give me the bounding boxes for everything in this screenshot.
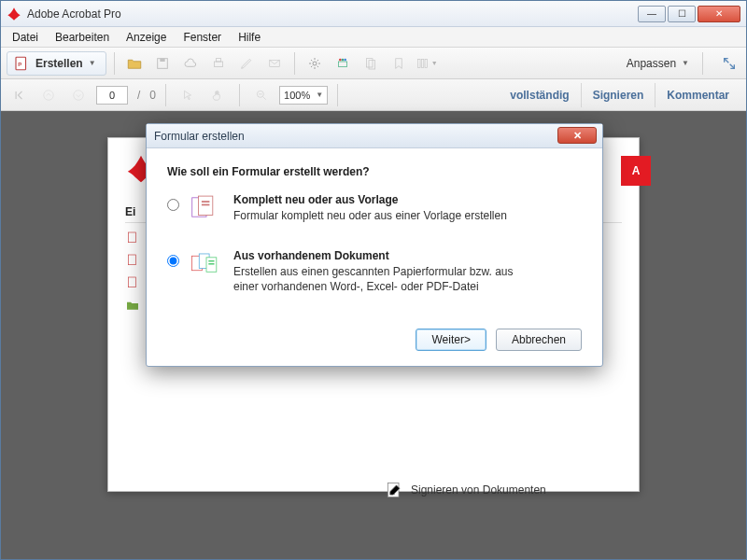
arrow-down-icon xyxy=(72,89,85,102)
printer-color-icon xyxy=(335,56,350,71)
zoom-value: 100% xyxy=(284,90,310,101)
radio-new-template[interactable] xyxy=(167,199,179,211)
save-button[interactable] xyxy=(150,51,175,76)
dialog-title: Formular erstellen xyxy=(154,130,245,143)
sign-documents-item[interactable]: Signieren von Dokumenten xyxy=(385,481,546,499)
arrow-up-icon xyxy=(42,89,55,102)
close-button[interactable]: ✕ xyxy=(698,6,740,22)
svg-text:P: P xyxy=(18,62,21,67)
toolbar-main: P Erstellen ▼ ▼ Anpassen ▼ xyxy=(1,48,746,79)
gear-icon xyxy=(307,56,322,71)
sign-documents-label: Signieren von Dokumenten xyxy=(411,483,546,497)
create-pdf-icon: P xyxy=(13,55,30,72)
separator xyxy=(165,84,166,106)
pdf-icon xyxy=(125,275,140,290)
menu-edit[interactable]: Bearbeiten xyxy=(48,29,117,46)
svg-rect-31 xyxy=(208,260,214,262)
right-panel-tabs: vollständig Signieren Kommentar xyxy=(499,83,740,107)
svg-point-9 xyxy=(339,58,342,61)
page-separator: / xyxy=(137,89,140,102)
print-button[interactable] xyxy=(206,51,231,76)
chevron-down-icon: ▼ xyxy=(89,59,96,67)
separator xyxy=(294,52,295,75)
cloud-button[interactable] xyxy=(178,51,203,76)
create-form-dialog: Formular erstellen ✕ Wie soll ein Formul… xyxy=(146,123,603,367)
open-button[interactable] xyxy=(122,51,147,76)
svg-rect-26 xyxy=(202,201,210,203)
zoom-combo[interactable]: 100% ▼ xyxy=(279,86,328,105)
option-existing-doc[interactable]: Aus vorhandenem Dokument Erstellen aus e… xyxy=(167,249,582,294)
tool-button-3[interactable]: ▼ xyxy=(415,51,439,76)
svg-rect-16 xyxy=(425,59,428,67)
adobe-badge-icon: A xyxy=(621,156,651,186)
svg-point-18 xyxy=(74,90,84,100)
first-page-button[interactable] xyxy=(7,83,31,107)
sign-document-icon xyxy=(385,481,403,499)
prev-page-button[interactable] xyxy=(36,83,61,107)
next-page-button[interactable] xyxy=(66,83,91,107)
svg-rect-20 xyxy=(128,232,135,243)
dialog-titlebar: Formular erstellen ✕ xyxy=(147,124,602,148)
svg-point-11 xyxy=(344,58,346,61)
dialog-buttons: Weiter> Abbrechen xyxy=(167,321,582,351)
settings-button[interactable] xyxy=(303,51,327,76)
svg-rect-30 xyxy=(206,258,217,272)
edit-button[interactable] xyxy=(234,51,259,76)
customize-button[interactable]: Anpassen ▼ xyxy=(621,57,695,70)
svg-rect-3 xyxy=(160,58,164,61)
color-button[interactable] xyxy=(331,51,355,76)
expand-button[interactable] xyxy=(718,52,740,75)
tab-sign[interactable]: Signieren xyxy=(581,83,655,107)
tab-full[interactable]: vollständig xyxy=(499,83,580,107)
page-number-input[interactable]: 0 xyxy=(96,86,128,105)
pdf-icon xyxy=(125,253,140,268)
menu-file[interactable]: Datei xyxy=(5,29,46,46)
hand-tool-button[interactable] xyxy=(205,83,230,107)
menubar: Datei Bearbeiten Anzeige Fenster Hilfe xyxy=(1,27,746,48)
tool-button-2[interactable] xyxy=(387,51,411,76)
tab-comment[interactable]: Kommentar xyxy=(655,83,740,107)
customize-label: Anpassen xyxy=(627,57,676,70)
folder-icon xyxy=(125,298,140,313)
cancel-button[interactable]: Abbrechen xyxy=(496,329,582,351)
option2-desc: Erstellen aus einen gescannten Papierfor… xyxy=(233,264,514,294)
option-text: Aus vorhandenem Dokument Erstellen aus e… xyxy=(233,249,514,294)
option-new-template[interactable]: Komplett neu oder aus Vorlage Formular k… xyxy=(167,193,582,223)
zoom-out-button[interactable] xyxy=(249,83,274,107)
next-button[interactable]: Weiter> xyxy=(416,329,486,351)
separator xyxy=(239,84,240,106)
select-tool-button[interactable] xyxy=(176,83,200,107)
svg-rect-8 xyxy=(338,62,346,66)
tool-button-1[interactable] xyxy=(359,51,383,76)
chevron-down-icon: ▼ xyxy=(431,60,438,66)
printer-icon xyxy=(211,56,226,71)
svg-rect-27 xyxy=(202,204,210,206)
create-button[interactable]: P Erstellen ▼ xyxy=(7,51,106,76)
svg-rect-32 xyxy=(208,263,214,265)
svg-rect-25 xyxy=(199,196,213,215)
dialog-body: Wie soll ein Formular erstellt werden? K… xyxy=(147,148,602,366)
svg-rect-5 xyxy=(216,58,220,61)
adobe-badge: A xyxy=(621,156,651,186)
minimize-button[interactable]: — xyxy=(638,6,666,22)
menu-help[interactable]: Hilfe xyxy=(231,29,268,46)
maximize-button[interactable]: ☐ xyxy=(668,6,696,22)
pencil-icon xyxy=(239,56,254,71)
dialog-close-button[interactable]: ✕ xyxy=(557,127,597,144)
cloud-icon xyxy=(182,56,199,71)
svg-rect-13 xyxy=(369,60,375,68)
columns-icon xyxy=(416,56,430,71)
svg-rect-12 xyxy=(366,58,373,66)
option-text: Komplett neu oder aus Vorlage Formular k… xyxy=(233,193,507,223)
window-buttons: — ☐ ✕ xyxy=(638,6,740,22)
radio-existing-doc[interactable] xyxy=(167,255,179,267)
option1-title: Komplett neu oder aus Vorlage xyxy=(233,193,507,206)
svg-rect-14 xyxy=(417,59,420,67)
menu-view[interactable]: Anzeige xyxy=(119,29,174,46)
separator xyxy=(337,84,338,106)
pages-icon xyxy=(363,56,378,71)
menu-window[interactable]: Fenster xyxy=(176,29,229,46)
svg-point-7 xyxy=(313,62,317,65)
chevron-down-icon: ▼ xyxy=(682,59,689,67)
mail-button[interactable] xyxy=(262,51,287,76)
